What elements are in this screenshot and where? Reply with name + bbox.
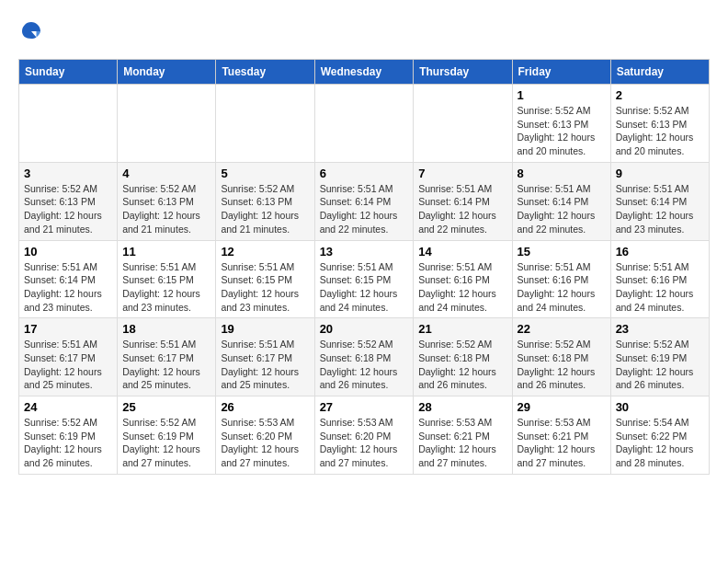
calendar-cell: 3Sunrise: 5:52 AM Sunset: 6:13 PM Daylig…	[19, 162, 118, 240]
day-number: 23	[616, 322, 704, 336]
day-number: 4	[122, 167, 210, 180]
calendar-cell: 15Sunrise: 5:51 AM Sunset: 6:16 PM Dayli…	[512, 240, 610, 318]
calendar-week-row: 10Sunrise: 5:51 AM Sunset: 6:14 PM Dayli…	[19, 240, 710, 318]
calendar-cell: 27Sunrise: 5:53 AM Sunset: 6:20 PM Dayli…	[314, 396, 414, 475]
day-number: 13	[320, 245, 409, 259]
calendar-cell: 5Sunrise: 5:52 AM Sunset: 6:13 PM Daylig…	[216, 162, 314, 240]
calendar-cell: 10Sunrise: 5:51 AM Sunset: 6:14 PM Dayli…	[19, 240, 118, 318]
calendar-cell: 28Sunrise: 5:53 AM Sunset: 6:21 PM Dayli…	[414, 396, 512, 475]
day-info: Sunrise: 5:51 AM Sunset: 6:14 PM Dayligh…	[24, 260, 112, 315]
day-info: Sunrise: 5:53 AM Sunset: 6:20 PM Dayligh…	[320, 416, 409, 470]
calendar-week-row: 1Sunrise: 5:52 AM Sunset: 6:13 PM Daylig…	[19, 85, 710, 163]
calendar-cell: 17Sunrise: 5:51 AM Sunset: 6:17 PM Dayli…	[19, 318, 118, 396]
day-number: 29	[518, 400, 606, 414]
weekday-header: Saturday	[610, 60, 709, 85]
calendar-cell: 4Sunrise: 5:52 AM Sunset: 6:13 PM Daylig…	[118, 162, 216, 240]
day-number: 15	[518, 245, 606, 259]
day-number: 6	[320, 167, 409, 180]
day-number: 19	[221, 322, 309, 336]
day-number: 24	[24, 400, 112, 414]
day-number: 26	[221, 400, 309, 414]
weekday-header: Tuesday	[216, 60, 314, 85]
calendar-cell: 23Sunrise: 5:52 AM Sunset: 6:19 PM Dayli…	[610, 318, 709, 396]
day-number: 22	[518, 322, 606, 336]
calendar-cell: 14Sunrise: 5:51 AM Sunset: 6:16 PM Dayli…	[414, 240, 512, 318]
calendar-week-row: 17Sunrise: 5:51 AM Sunset: 6:17 PM Dayli…	[19, 318, 710, 396]
day-info: Sunrise: 5:52 AM Sunset: 6:13 PM Dayligh…	[518, 104, 606, 158]
day-info: Sunrise: 5:51 AM Sunset: 6:16 PM Dayligh…	[616, 260, 704, 315]
calendar-cell: 24Sunrise: 5:52 AM Sunset: 6:19 PM Dayli…	[19, 396, 118, 475]
day-number: 7	[418, 167, 506, 180]
day-number: 21	[418, 322, 506, 336]
day-number: 28	[418, 400, 506, 414]
day-number: 11	[122, 245, 210, 259]
day-number: 30	[616, 400, 704, 414]
day-info: Sunrise: 5:51 AM Sunset: 6:14 PM Dayligh…	[518, 182, 606, 236]
day-info: Sunrise: 5:51 AM Sunset: 6:16 PM Dayligh…	[518, 260, 606, 315]
calendar-cell: 21Sunrise: 5:52 AM Sunset: 6:18 PM Dayli…	[414, 318, 512, 396]
day-info: Sunrise: 5:51 AM Sunset: 6:17 PM Dayligh…	[24, 338, 112, 392]
calendar-cell: 11Sunrise: 5:51 AM Sunset: 6:15 PM Dayli…	[118, 240, 216, 318]
calendar-cell: 1Sunrise: 5:52 AM Sunset: 6:13 PM Daylig…	[512, 85, 610, 163]
calendar-cell: 18Sunrise: 5:51 AM Sunset: 6:17 PM Dayli…	[118, 318, 216, 396]
day-info: Sunrise: 5:51 AM Sunset: 6:15 PM Dayligh…	[221, 260, 309, 315]
day-info: Sunrise: 5:54 AM Sunset: 6:22 PM Dayligh…	[616, 416, 704, 470]
day-info: Sunrise: 5:52 AM Sunset: 6:18 PM Dayligh…	[418, 338, 506, 392]
weekday-header: Wednesday	[314, 60, 414, 85]
calendar-cell: 26Sunrise: 5:53 AM Sunset: 6:20 PM Dayli…	[216, 396, 314, 475]
day-info: Sunrise: 5:52 AM Sunset: 6:13 PM Dayligh…	[122, 182, 210, 236]
day-info: Sunrise: 5:52 AM Sunset: 6:19 PM Dayligh…	[616, 338, 704, 392]
day-number: 1	[518, 88, 606, 102]
logo	[18, 18, 48, 44]
day-number: 16	[616, 245, 704, 259]
day-number: 2	[616, 88, 704, 102]
day-info: Sunrise: 5:52 AM Sunset: 6:18 PM Dayligh…	[320, 338, 409, 392]
day-info: Sunrise: 5:52 AM Sunset: 6:18 PM Dayligh…	[518, 338, 606, 392]
day-info: Sunrise: 5:51 AM Sunset: 6:16 PM Dayligh…	[418, 260, 506, 315]
day-info: Sunrise: 5:52 AM Sunset: 6:19 PM Dayligh…	[122, 416, 210, 470]
calendar-cell: 12Sunrise: 5:51 AM Sunset: 6:15 PM Dayli…	[216, 240, 314, 318]
day-info: Sunrise: 5:52 AM Sunset: 6:13 PM Dayligh…	[616, 104, 704, 158]
calendar-cell: 22Sunrise: 5:52 AM Sunset: 6:18 PM Dayli…	[512, 318, 610, 396]
day-info: Sunrise: 5:51 AM Sunset: 6:17 PM Dayligh…	[221, 338, 309, 392]
calendar-header-row: SundayMondayTuesdayWednesdayThursdayFrid…	[19, 60, 710, 85]
weekday-header: Monday	[118, 60, 216, 85]
day-number: 14	[418, 245, 506, 259]
calendar-cell: 25Sunrise: 5:52 AM Sunset: 6:19 PM Dayli…	[118, 396, 216, 475]
calendar-cell: 9Sunrise: 5:51 AM Sunset: 6:14 PM Daylig…	[610, 162, 709, 240]
calendar-cell	[19, 85, 118, 163]
day-number: 9	[616, 167, 704, 180]
day-info: Sunrise: 5:51 AM Sunset: 6:15 PM Dayligh…	[122, 260, 210, 315]
day-info: Sunrise: 5:51 AM Sunset: 6:15 PM Dayligh…	[320, 260, 409, 315]
day-number: 10	[24, 245, 112, 259]
day-info: Sunrise: 5:51 AM Sunset: 6:14 PM Dayligh…	[320, 182, 409, 236]
calendar-cell: 7Sunrise: 5:51 AM Sunset: 6:14 PM Daylig…	[414, 162, 512, 240]
logo-icon	[18, 18, 44, 44]
calendar-cell: 20Sunrise: 5:52 AM Sunset: 6:18 PM Dayli…	[314, 318, 414, 396]
day-number: 12	[221, 245, 309, 259]
calendar-cell: 2Sunrise: 5:52 AM Sunset: 6:13 PM Daylig…	[610, 85, 709, 163]
day-info: Sunrise: 5:51 AM Sunset: 6:14 PM Dayligh…	[418, 182, 506, 236]
day-info: Sunrise: 5:53 AM Sunset: 6:21 PM Dayligh…	[518, 416, 606, 470]
weekday-header: Friday	[512, 60, 610, 85]
calendar-cell: 6Sunrise: 5:51 AM Sunset: 6:14 PM Daylig…	[314, 162, 414, 240]
day-number: 20	[320, 322, 409, 336]
day-info: Sunrise: 5:51 AM Sunset: 6:14 PM Dayligh…	[616, 182, 704, 236]
calendar-cell: 13Sunrise: 5:51 AM Sunset: 6:15 PM Dayli…	[314, 240, 414, 318]
day-info: Sunrise: 5:52 AM Sunset: 6:19 PM Dayligh…	[24, 416, 112, 470]
page-header	[18, 18, 710, 44]
calendar-week-row: 3Sunrise: 5:52 AM Sunset: 6:13 PM Daylig…	[19, 162, 710, 240]
day-info: Sunrise: 5:53 AM Sunset: 6:21 PM Dayligh…	[418, 416, 506, 470]
day-number: 3	[24, 167, 112, 180]
day-number: 17	[24, 322, 112, 336]
day-number: 27	[320, 400, 409, 414]
day-info: Sunrise: 5:53 AM Sunset: 6:20 PM Dayligh…	[221, 416, 309, 470]
calendar-cell: 16Sunrise: 5:51 AM Sunset: 6:16 PM Dayli…	[610, 240, 709, 318]
calendar-table: SundayMondayTuesdayWednesdayThursdayFrid…	[18, 59, 710, 475]
calendar-cell: 29Sunrise: 5:53 AM Sunset: 6:21 PM Dayli…	[512, 396, 610, 475]
calendar-week-row: 24Sunrise: 5:52 AM Sunset: 6:19 PM Dayli…	[19, 396, 710, 475]
day-number: 18	[122, 322, 210, 336]
day-info: Sunrise: 5:51 AM Sunset: 6:17 PM Dayligh…	[122, 338, 210, 392]
calendar-cell	[216, 85, 314, 163]
calendar-cell	[414, 85, 512, 163]
